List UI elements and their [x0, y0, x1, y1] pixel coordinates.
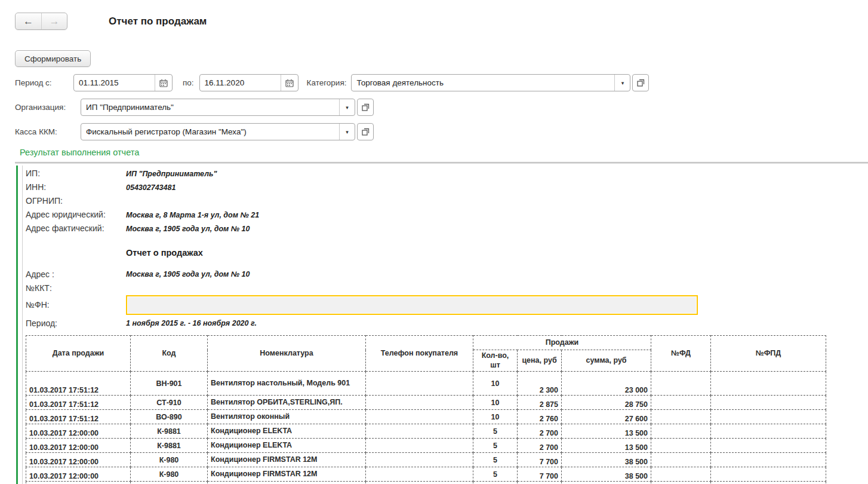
- cell-code[interactable]: ВН-901: [131, 372, 208, 396]
- cell-name[interactable]: Вентилятор ОРБИТА,STERLING,ЯП.: [208, 396, 366, 410]
- cell-code[interactable]: СТ-910: [131, 396, 208, 410]
- cell-fpd[interactable]: [711, 396, 826, 410]
- cell-code[interactable]: К-980: [131, 467, 208, 482]
- ip-value[interactable]: ИП "Предприниматель": [126, 170, 217, 178]
- cell-fpd[interactable]: [711, 439, 826, 453]
- kkm-open-button[interactable]: [357, 123, 374, 140]
- cell-name[interactable]: Вентилятор оконный: [208, 410, 366, 424]
- cell-price[interactable]: 2 700: [518, 439, 562, 453]
- generate-report-button[interactable]: Сформировать: [15, 50, 91, 67]
- cell-qty[interactable]: 10: [473, 396, 518, 410]
- cell-phone[interactable]: [366, 467, 473, 482]
- cell-sum[interactable]: 27 600: [562, 410, 651, 424]
- kkm-select[interactable]: Фискальный регистратор (Магазин "Меха") …: [81, 123, 355, 140]
- category-open-button[interactable]: [632, 74, 649, 91]
- col-header-buyer-phone[interactable]: Телефон покупателя: [366, 336, 473, 372]
- cell-price[interactable]: 2 760: [518, 410, 562, 424]
- cell-fd[interactable]: [651, 372, 711, 396]
- cell-code[interactable]: К-9881: [131, 424, 208, 439]
- cell-price[interactable]: 7 700: [518, 467, 562, 482]
- cell-fd[interactable]: [651, 467, 711, 482]
- cell-name[interactable]: Кондиционер FIRMSTAR 12M: [208, 467, 366, 482]
- col-header-sale-date[interactable]: Дата продажи: [26, 336, 131, 372]
- cell-phone[interactable]: [366, 372, 473, 396]
- cell-phone[interactable]: [366, 410, 473, 424]
- cell-fd[interactable]: [651, 396, 711, 410]
- cell-date[interactable]: [26, 482, 131, 484]
- cell-date[interactable]: 01.03.2017 17:51:12: [26, 410, 131, 424]
- cell-phone[interactable]: [366, 439, 473, 453]
- cell-sum[interactable]: 28 750: [562, 396, 651, 410]
- cell-fd[interactable]: [651, 453, 711, 467]
- cell-code[interactable]: [131, 482, 208, 484]
- period-from-input[interactable]: 01.11.2015: [73, 74, 173, 91]
- calendar-icon[interactable]: [281, 75, 298, 91]
- cell-price[interactable]: 2 875: [518, 396, 562, 410]
- cell-fd[interactable]: [651, 439, 711, 453]
- cell-date[interactable]: 01.03.2017 17:51:12: [26, 372, 131, 396]
- cell-price[interactable]: 7 700: [518, 453, 562, 467]
- cell-phone[interactable]: [366, 424, 473, 439]
- chevron-down-icon[interactable]: ▾: [339, 124, 355, 140]
- cell-name[interactable]: Кондиционер ELEKTA: [208, 424, 366, 439]
- inn-value[interactable]: 054302743481: [126, 183, 176, 192]
- cell-date[interactable]: 10.03.2017 12:00:00: [26, 424, 131, 439]
- cell-fd[interactable]: [651, 424, 711, 439]
- cell-qty[interactable]: [473, 482, 518, 484]
- cell-qty[interactable]: 5: [473, 467, 518, 482]
- cell-sum[interactable]: 13 500: [562, 439, 651, 453]
- cell-sum[interactable]: [562, 482, 651, 484]
- cell-name[interactable]: Кондиционер ELEKTA: [208, 439, 366, 453]
- cell-code[interactable]: К-980: [131, 453, 208, 467]
- cell-sum[interactable]: 13 500: [562, 424, 651, 439]
- cell-name[interactable]: Вентилятор настольный, Модель 901: [208, 372, 366, 396]
- cell-fpd[interactable]: [711, 482, 826, 484]
- col-header-fd[interactable]: №ФД: [651, 336, 711, 372]
- cell-phone[interactable]: [366, 396, 473, 410]
- organization-select[interactable]: ИП "Предприниматель" ▾: [81, 99, 355, 116]
- cell-fd[interactable]: [651, 482, 711, 484]
- cell-fpd[interactable]: [711, 410, 826, 424]
- cell-name[interactable]: [208, 482, 366, 484]
- calendar-icon[interactable]: [155, 75, 172, 91]
- cell-name[interactable]: Кондиционер FIRMSTAR 12M: [208, 453, 366, 467]
- cell-code[interactable]: ВО-890: [131, 410, 208, 424]
- cell-fd[interactable]: [651, 410, 711, 424]
- back-button[interactable]: ←: [16, 13, 41, 29]
- report-period-value[interactable]: 1 ноября 2015 г. - 16 ноября 2020 г.: [126, 319, 257, 327]
- col-header-sales-group[interactable]: Продажи: [473, 336, 651, 350]
- address-value[interactable]: Москва г, 1905 года ул, дом № 10: [126, 270, 250, 278]
- category-select[interactable]: Торговая деятельность ▾: [351, 74, 630, 91]
- actual-address-value[interactable]: Москва г, 1905 года ул, дом № 10: [126, 225, 250, 233]
- cell-qty[interactable]: 5: [473, 424, 518, 439]
- cell-sum[interactable]: 38 500: [562, 453, 651, 467]
- cell-fpd[interactable]: [711, 424, 826, 439]
- cell-fpd[interactable]: [711, 453, 826, 467]
- cell-price[interactable]: [518, 482, 562, 484]
- forward-button[interactable]: →: [41, 13, 67, 29]
- cell-qty[interactable]: 5: [473, 439, 518, 453]
- cell-code[interactable]: К-9881: [131, 439, 208, 453]
- col-header-price[interactable]: цена, руб: [518, 350, 562, 372]
- cell-fpd[interactable]: [711, 467, 826, 482]
- cell-sum[interactable]: 23 000: [562, 372, 651, 396]
- cell-date[interactable]: 10.03.2017 12:00:00: [26, 467, 131, 482]
- cell-qty[interactable]: 10: [473, 410, 518, 424]
- col-header-sum[interactable]: сумма, руб: [562, 350, 651, 372]
- cell-price[interactable]: 2 300: [518, 372, 562, 396]
- col-header-nomenclature[interactable]: Номенклатура: [208, 336, 366, 372]
- cell-phone[interactable]: [366, 482, 473, 484]
- organization-open-button[interactable]: [357, 99, 374, 116]
- cell-qty[interactable]: 10: [473, 372, 518, 396]
- cell-sum[interactable]: 38 500: [562, 467, 651, 482]
- period-to-input[interactable]: 16.11.2020: [199, 74, 298, 91]
- cell-price[interactable]: 2 700: [518, 424, 562, 439]
- fn-value-cell-selected[interactable]: [126, 295, 698, 315]
- chevron-down-icon[interactable]: ▾: [339, 99, 355, 115]
- cell-qty[interactable]: 5: [473, 453, 518, 467]
- cell-date[interactable]: 10.03.2017 12:00:00: [26, 453, 131, 467]
- cell-phone[interactable]: [366, 453, 473, 467]
- col-header-code[interactable]: Код: [131, 336, 208, 372]
- col-header-qty[interactable]: Кол-во, шт: [473, 350, 518, 372]
- chevron-down-icon[interactable]: ▾: [614, 75, 630, 91]
